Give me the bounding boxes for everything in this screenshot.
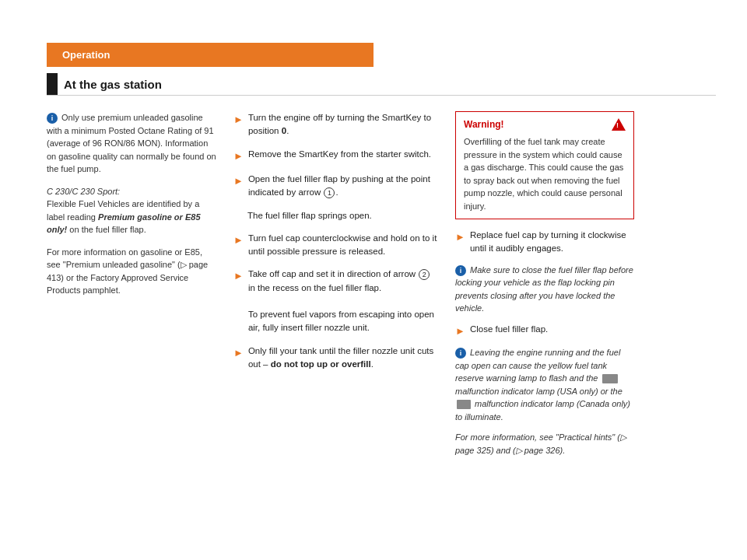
bullet-arrow-6: ► [233,345,244,361]
right-note-1-text: Make sure to close the fuel filler flap … [455,265,633,313]
page-container: Operation At the gas station i Only use … [0,43,747,560]
bullet-arrow-5: ► [233,268,244,284]
right-bullet-text-2: Close fuel filler flap. [470,323,548,336]
section-header: Operation [47,43,374,67]
bullet-item-6: ► Only fill your tank until the filler n… [233,345,440,372]
warning-triangle-icon [612,118,626,131]
bullet-text-4: Turn fuel cap counterclockwise and hold … [248,232,440,259]
right-bullet-arrow-2: ► [455,324,465,339]
spring-text: The fuel filler flap springs open. [247,209,440,222]
warning-text: Overfilling of the fuel tank may create … [464,135,626,212]
info-icon-1: i [47,113,58,124]
info-icon-3: i [455,348,466,359]
right-info-note-2: i Leaving the engine running and the fue… [455,346,634,423]
right-bullet-2: ► Close fuel filler flap. [455,323,634,339]
check-lamp-icon [457,400,471,409]
bullet-item-2: ► Remove the SmartKey from the starter s… [233,148,440,164]
right-column: Warning! Overfilling of the fuel tank ma… [455,111,634,464]
engine-lamp-icon [602,374,618,383]
right-info-note-1: i Make sure to close the fuel filler fla… [455,264,634,315]
warning-label: Warning! [464,119,504,130]
bullet-item-1: ► Turn the engine off by turning the Sma… [233,111,440,138]
right-note-2-text: Leaving the engine running and the fuel … [455,348,630,422]
right-bullet-1: ► Replace fuel cap by turning it clockwi… [455,229,634,256]
info-icon-2: i [455,265,466,276]
left-note-2-heading: C 230/C 230 Sport: [47,185,218,198]
bullet-item-4: ► Turn fuel cap counterclockwise and hol… [233,232,440,259]
bullet-text-1: Turn the engine off by turning the Smart… [248,111,440,138]
main-content: i Only use premium unleaded gasoline wit… [47,111,747,464]
bullet-text-2: Remove the SmartKey from the starter swi… [248,148,440,161]
left-note-2: C 230/C 230 Sport: Flexible Fuel Vehicle… [47,185,218,236]
circle-num-2: 2 [419,269,430,280]
divider [47,95,716,96]
section-label: Operation [62,49,110,61]
right-bullet-arrow-1: ► [455,229,465,245]
middle-column: ► Turn the engine off by turning the Sma… [233,111,440,464]
bullet-text-3: Open the fuel filler flap by pushing at … [248,173,440,200]
bullet-arrow-1: ► [233,112,244,128]
circle-num-1: 1 [324,187,335,198]
right-bullet-text-1: Replace fuel cap by turning it clockwise… [470,229,634,256]
left-note-1-text: Only use premium unleaded gasoline with … [47,113,216,173]
subsection-title: At the gas station [64,78,162,91]
bullet-arrow-2: ► [233,149,244,164]
left-column: i Only use premium unleaded gasoline wit… [47,111,218,464]
left-note-1: i Only use premium unleaded gasoline wit… [47,111,218,176]
bullet-text-6: Only fill your tank until the filler noz… [248,345,440,372]
left-note-2-rest: on the fuel filler flap. [69,225,146,234]
section-title-row: At the gas station [47,73,747,95]
left-note-3-text: For more information on gasoline or E85,… [47,247,208,296]
right-info-note-3: For more information, see "Practical hin… [455,431,634,457]
warning-header: Warning! [464,118,626,131]
right-note-3-text: For more information, see "Practical hin… [455,432,626,455]
bullet-text-5: Take off cap and set it in direction of … [248,268,440,334]
section-indicator [47,73,58,95]
bullet-arrow-3: ► [233,173,244,189]
bullet-item-3: ► Open the fuel filler flap by pushing a… [233,173,440,200]
bullet-item-5: ► Take off cap and set it in direction o… [233,268,440,334]
warning-box: Warning! Overfilling of the fuel tank ma… [455,111,634,219]
bullet-arrow-4: ► [233,233,244,248]
left-note-3: For more information on gasoline or E85,… [47,246,218,297]
